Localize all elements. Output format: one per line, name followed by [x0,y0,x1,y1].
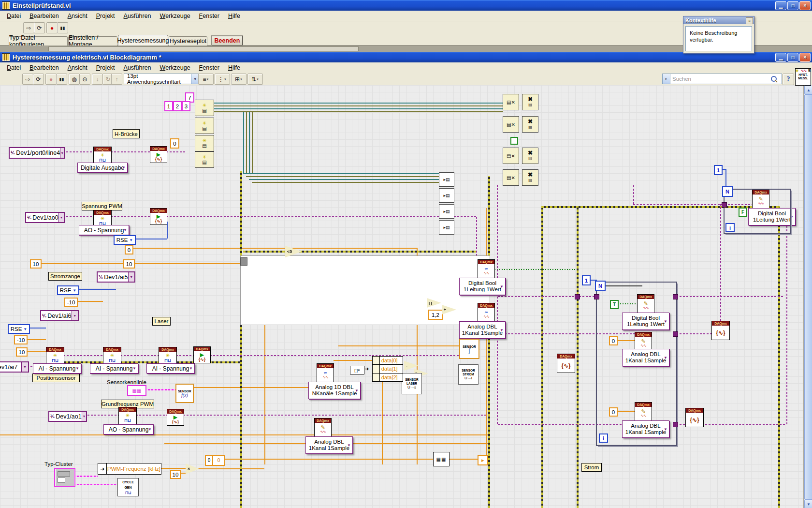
constant-2[interactable]: 2 [173,101,182,111]
typ-cluster-control[interactable] [54,468,75,487]
block-diagram-canvas[interactable]: H-Brücke Spannung PWM Stromzange Laser P… [0,85,803,508]
constant-1[interactable]: 1 [582,275,591,285]
menu-bearbeiten[interactable]: Bearbeiten [26,12,62,20]
constant-10[interactable]: 10 [16,347,28,357]
pause-button[interactable]: ▮▮ [56,74,67,85]
dequeue-element-node[interactable]: ✖▤ [522,116,538,133]
io-constant-ai7[interactable]: ev1/ai7▼ [0,361,29,373]
dequeue-element-node[interactable]: ✖▤ [522,148,538,164]
distribute-objects-button[interactable]: ⋮▼ [215,74,230,85]
align-objects-button[interactable]: ≡▼ [198,74,214,85]
data-bundle-node[interactable]: data[0] data[1] data[2] [372,356,403,382]
minimize-button[interactable]: ▁ [775,1,786,10]
vi-connector-icon[interactable]: ✳∿∿E HYST. MESS. [795,68,811,86]
io-constant-ao1[interactable]: ⅟₀Dev1/ao1▼ [48,411,87,422]
loop-iteration-terminal[interactable]: i [599,433,608,443]
structure-tunnel[interactable] [575,294,580,299]
context-help-close-icon[interactable]: × [746,17,753,24]
constant-1-2[interactable]: 1,2 [428,310,443,320]
label-typ-cluster[interactable]: Typ-Cluster [44,461,73,467]
run-continuous-button[interactable]: ⟳ [34,22,45,33]
constant-0[interactable]: 0 [170,138,179,149]
close-button[interactable]: × [799,53,811,62]
release-queue-node[interactable]: ▤✕ [503,148,519,164]
font-selector[interactable]: 13pt Anwendungsschriftart ▼ [124,74,199,84]
for-loop[interactable] [596,282,677,446]
menu-ansicht[interactable]: Ansicht [64,12,91,20]
tab-hysteresemessung[interactable]: Hysteresemessung [118,35,168,45]
step-into-button[interactable]: ↓ [92,74,103,85]
dropdown-ao-spannung[interactable]: AO - Spannung▼ [103,424,154,434]
tab-typ-datei[interactable]: Typ-Datei konfigurieren [9,36,68,45]
multiply-node[interactable]: × [186,463,199,474]
release-queue-node[interactable]: ▤✕ [503,116,519,133]
scrollbar-thumb[interactable] [804,94,812,500]
obtain-queue-node[interactable]: ✳▤ [195,151,214,168]
chevron-down-icon[interactable]: ▼ [82,412,86,421]
io-constant-ai5[interactable]: ⅟₀Dev1/ai5▼ [97,271,135,283]
search-combo-icon[interactable]: ▸ [663,74,670,84]
build-array-node[interactable]: ▦▦ [433,452,450,466]
menu-hilfe[interactable]: Hilfe [224,63,244,72]
array-constant-0[interactable]: 0 0 [205,455,225,466]
label-strom[interactable]: Strom [581,463,602,472]
daqmx-start-task-node[interactable]: DAQmx▶{∿} [150,208,167,225]
minimize-button[interactable]: ▁ [775,53,786,62]
high-light-execution-button[interactable]: ◍ [69,74,80,85]
io-constant-ao0[interactable]: ⅟₀Dev1/ao0▼ [25,212,65,223]
label-laser[interactable]: Laser [152,317,171,326]
label-positionssensor[interactable]: Positionssensor [32,374,80,382]
enqueue-element-node[interactable]: ▸▤ [439,188,454,203]
obtain-queue-node[interactable]: ✳▤ [195,118,214,134]
constant-minus10[interactable]: -10 [14,335,28,344]
daqmx-create-channel-node[interactable]: DAQmx✳⊓⊔ [46,347,64,365]
sensor-curve-subvi[interactable]: SENSORʃ [459,339,479,359]
sensor-laser-subvi[interactable]: SENSORLASERU→s [402,373,422,394]
resize-objects-button[interactable]: ⊞▼ [231,74,246,85]
pwm-frequenz-unbundle[interactable]: ➜ PWM-Frequenz [kHz] [98,463,161,475]
sensor-fx-subvi[interactable]: SENSORf(x) [175,384,194,403]
run-button[interactable]: ⇨ [23,22,34,33]
label-spannung-pwm[interactable]: Spannung PWM [82,202,122,210]
obtain-queue-node[interactable]: ✳▤ [195,135,214,151]
tab-hystereseplot[interactable]: Hystereseplot [169,36,207,45]
menu-datei[interactable]: Datei [3,12,25,20]
cycle-gen-subvi[interactable]: CYCLE GEN ⊓⊔ [117,478,139,496]
menu-werkzeuge[interactable]: Werkzeuge [156,63,194,72]
menu-projekt[interactable]: Projekt [92,63,119,72]
tab-einstellen[interactable]: Einstellen / Montage [68,36,117,45]
menu-projekt[interactable]: Projekt [92,12,119,20]
loop-tunnel[interactable] [673,331,678,337]
reorder-objects-button[interactable]: ⇅▼ [247,74,263,85]
dropdown-digital-bool[interactable]: Digital Bool1Leitung 1Wert▼ [459,278,506,295]
scroll-up-icon[interactable]: ▲ [804,86,812,94]
daqmx-clear-task-node[interactable]: DAQmx{∿} [685,408,704,427]
dropdown-rse[interactable]: RSE▼ [114,235,136,245]
constant-1[interactable]: 1 [164,101,173,111]
dropdown-digitale-ausgabe[interactable]: Digitale Ausgabe▼ [77,163,128,173]
release-queue-node[interactable]: ▤✕ [503,169,519,186]
loop-iteration-terminal[interactable]: i [725,223,735,232]
run-button[interactable]: ⇨ [22,74,33,85]
loop-tunnel[interactable] [594,294,599,299]
daqmx-start-task-node[interactable]: DAQmx▶{∿} [193,346,211,363]
daqmx-create-channel-node[interactable]: DAQmx✳⊓⊔ [103,347,121,365]
context-help-window[interactable]: Kontexthilfe × Keine Beschreibung verfüg… [683,16,754,54]
scroll-down-icon[interactable]: ▼ [804,500,812,508]
constant-10[interactable]: 10 [123,259,135,269]
loop-count-terminal[interactable]: N [722,186,733,197]
enqueue-element-node[interactable]: ▸▤ [439,172,454,187]
dropdown-analog-dbl[interactable]: Analog DBL1Kanal 1Sample▼ [305,436,353,454]
constant-3[interactable]: 3 [182,101,190,111]
constant-0[interactable]: 0 [125,245,133,254]
dropdown-ai-spannung[interactable]: AI - Spannung▼ [33,363,81,374]
chevron-down-icon[interactable]: ▼ [128,272,134,282]
label-stromzange[interactable]: Stromzange [48,272,82,281]
daqmx-read-node[interactable]: DAQmx∞∿∿ [317,363,334,382]
panel-scroll[interactable] [48,46,359,51]
obtain-queue-node[interactable]: ✳▤ [195,100,214,116]
daqmx-start-task-node[interactable]: DAQmx▶{∿} [167,409,184,426]
chevron-down-icon[interactable]: ▼ [191,74,199,84]
io-constant-ai6[interactable]: ⅟₀Dev1/ai6▼ [40,310,79,321]
constant-10[interactable]: 10 [170,470,181,479]
